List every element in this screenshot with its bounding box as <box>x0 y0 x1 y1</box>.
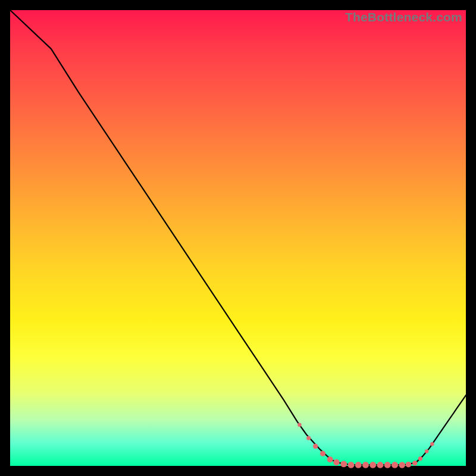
marker-dot <box>425 449 428 453</box>
chart-svg <box>10 10 466 466</box>
marker-dot <box>313 444 318 449</box>
marker-dot <box>340 461 347 468</box>
marker-dot <box>298 423 301 427</box>
marker-dot <box>406 462 412 468</box>
marker-dot <box>412 461 417 465</box>
marker-dot <box>306 436 311 440</box>
marker-dot <box>320 451 325 456</box>
chart-markers <box>298 423 434 468</box>
gradient-plot-area: TheBottleneck.com <box>10 10 466 466</box>
marker-dot <box>430 442 434 446</box>
marker-dot <box>384 462 391 468</box>
marker-dot <box>392 462 398 468</box>
marker-dot <box>377 462 384 468</box>
marker-dot <box>327 456 333 462</box>
marker-dot <box>399 462 405 468</box>
marker-dot <box>348 462 355 468</box>
marker-dot <box>362 462 369 468</box>
marker-dot <box>333 459 339 465</box>
chart-stage: TheBottleneck.com <box>0 0 476 476</box>
marker-dot <box>418 456 422 461</box>
chart-line <box>10 10 466 465</box>
marker-dot <box>355 462 362 468</box>
marker-dot <box>369 462 376 468</box>
